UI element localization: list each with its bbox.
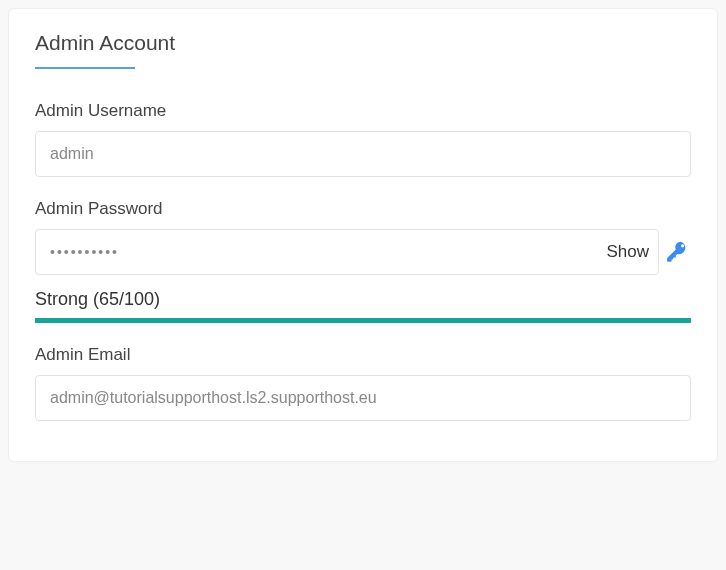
- title-underline: [35, 67, 135, 69]
- password-input[interactable]: [35, 229, 659, 275]
- key-icon[interactable]: [665, 239, 691, 265]
- username-label: Admin Username: [35, 101, 691, 121]
- email-input[interactable]: [35, 375, 691, 421]
- password-wrap: Show: [35, 229, 659, 275]
- email-group: Admin Email: [35, 345, 691, 421]
- password-group: Admin Password Show Strong (65/100): [35, 199, 691, 323]
- password-strength: Strong (65/100): [35, 289, 691, 323]
- strength-label: Strong (65/100): [35, 289, 691, 310]
- username-group: Admin Username: [35, 101, 691, 177]
- password-row: Show: [35, 229, 691, 275]
- email-label: Admin Email: [35, 345, 691, 365]
- admin-account-card: Admin Account Admin Username Admin Passw…: [8, 8, 718, 462]
- show-password-button[interactable]: Show: [606, 242, 649, 262]
- password-label: Admin Password: [35, 199, 691, 219]
- section-title: Admin Account: [35, 31, 691, 55]
- strength-bar: [35, 318, 691, 323]
- username-input[interactable]: [35, 131, 691, 177]
